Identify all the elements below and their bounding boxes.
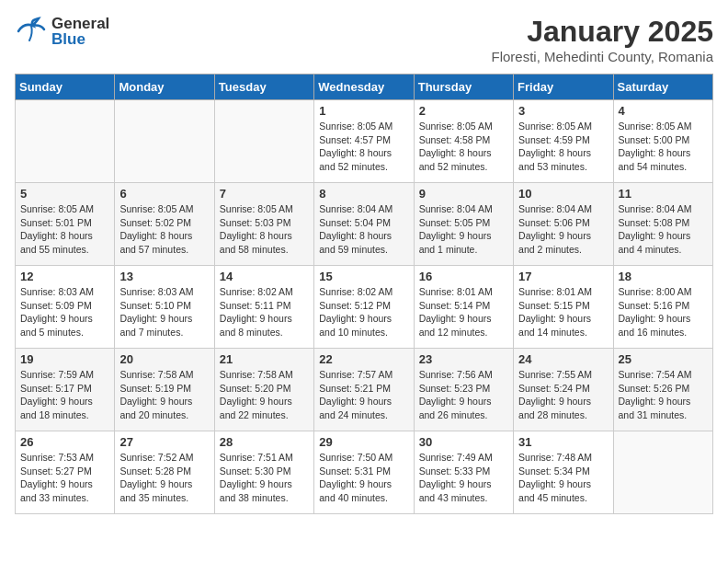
day-number: 23 [419, 352, 508, 366]
day-info: Sunrise: 7:51 AM Sunset: 5:30 PM Dayligh… [220, 451, 309, 505]
calendar-cell [214, 100, 313, 183]
day-number: 25 [619, 352, 708, 366]
week-row-4: 19Sunrise: 7:59 AM Sunset: 5:17 PM Dayli… [16, 349, 713, 431]
calendar-title: January 2025 [492, 15, 714, 49]
day-number: 18 [619, 270, 708, 283]
calendar-cell: 23Sunrise: 7:56 AM Sunset: 5:23 PM Dayli… [414, 349, 513, 431]
calendar-cell: 22Sunrise: 7:57 AM Sunset: 5:21 PM Dayli… [314, 349, 414, 431]
calendar-cell: 14Sunrise: 8:02 AM Sunset: 5:11 PM Dayli… [214, 266, 313, 349]
day-number: 30 [419, 435, 508, 449]
day-info: Sunrise: 8:01 AM Sunset: 5:15 PM Dayligh… [518, 285, 608, 339]
day-info: Sunrise: 8:00 AM Sunset: 5:16 PM Dayligh… [619, 285, 708, 339]
day-number: 20 [119, 352, 209, 366]
day-number: 15 [319, 270, 408, 283]
day-header-saturday: Saturday [613, 75, 712, 100]
day-number: 26 [20, 435, 109, 449]
day-info: Sunrise: 8:04 AM Sunset: 5:04 PM Dayligh… [319, 202, 408, 257]
day-info: Sunrise: 8:02 AM Sunset: 5:11 PM Dayligh… [220, 285, 309, 339]
day-info: Sunrise: 8:05 AM Sunset: 5:00 PM Dayligh… [619, 120, 708, 174]
day-info: Sunrise: 7:55 AM Sunset: 5:24 PM Dayligh… [518, 368, 608, 422]
day-info: Sunrise: 7:49 AM Sunset: 5:33 PM Dayligh… [419, 451, 508, 505]
day-header-tuesday: Tuesday [214, 75, 313, 100]
day-number: 4 [619, 104, 708, 118]
day-info: Sunrise: 7:56 AM Sunset: 5:23 PM Dayligh… [419, 368, 508, 422]
day-info: Sunrise: 8:04 AM Sunset: 5:05 PM Dayligh… [419, 202, 508, 257]
day-header-friday: Friday [514, 75, 613, 100]
calendar-cell [613, 431, 712, 514]
calendar-cell: 18Sunrise: 8:00 AM Sunset: 5:16 PM Dayli… [613, 266, 712, 349]
day-number: 14 [220, 270, 309, 283]
week-row-3: 12Sunrise: 8:03 AM Sunset: 5:09 PM Dayli… [16, 266, 713, 349]
page-header: General Blue January 2025 Floresti, Mehe… [15, 15, 713, 64]
day-header-wednesday: Wednesday [314, 75, 414, 100]
logo-text-block: General Blue [51, 16, 109, 47]
calendar-cell: 6Sunrise: 8:05 AM Sunset: 5:02 PM Daylig… [115, 183, 214, 266]
day-info: Sunrise: 8:05 AM Sunset: 4:57 PM Dayligh… [319, 120, 408, 174]
day-number: 22 [319, 352, 408, 366]
calendar-cell: 19Sunrise: 7:59 AM Sunset: 5:17 PM Dayli… [16, 349, 115, 431]
calendar-cell: 25Sunrise: 7:54 AM Sunset: 5:26 PM Dayli… [613, 349, 712, 431]
day-info: Sunrise: 7:52 AM Sunset: 5:28 PM Dayligh… [119, 451, 209, 505]
day-header-sunday: Sunday [16, 75, 115, 100]
day-headers-row: SundayMondayTuesdayWednesdayThursdayFrid… [16, 75, 713, 100]
day-info: Sunrise: 8:05 AM Sunset: 5:01 PM Dayligh… [20, 202, 109, 257]
day-info: Sunrise: 8:04 AM Sunset: 5:08 PM Dayligh… [619, 202, 708, 257]
day-info: Sunrise: 8:04 AM Sunset: 5:06 PM Dayligh… [518, 202, 608, 257]
day-info: Sunrise: 7:59 AM Sunset: 5:17 PM Dayligh… [20, 368, 109, 422]
calendar-cell: 12Sunrise: 8:03 AM Sunset: 5:09 PM Dayli… [16, 266, 115, 349]
day-info: Sunrise: 7:57 AM Sunset: 5:21 PM Dayligh… [319, 368, 408, 422]
day-info: Sunrise: 7:58 AM Sunset: 5:19 PM Dayligh… [119, 368, 209, 422]
day-number: 29 [319, 435, 408, 449]
day-number: 2 [419, 104, 508, 118]
calendar-cell: 26Sunrise: 7:53 AM Sunset: 5:27 PM Dayli… [16, 431, 115, 514]
day-number: 28 [220, 435, 309, 449]
day-number: 13 [119, 270, 209, 283]
calendar-cell [16, 100, 115, 183]
calendar-cell: 31Sunrise: 7:48 AM Sunset: 5:34 PM Dayli… [514, 431, 613, 514]
day-info: Sunrise: 7:48 AM Sunset: 5:34 PM Dayligh… [518, 451, 608, 505]
calendar-subtitle: Floresti, Mehedinti County, Romania [492, 49, 714, 64]
day-info: Sunrise: 8:05 AM Sunset: 5:03 PM Dayligh… [220, 202, 309, 257]
week-row-1: 1Sunrise: 8:05 AM Sunset: 4:57 PM Daylig… [16, 100, 713, 183]
day-info: Sunrise: 8:05 AM Sunset: 5:02 PM Dayligh… [119, 202, 209, 257]
day-info: Sunrise: 8:03 AM Sunset: 5:10 PM Dayligh… [119, 285, 209, 339]
calendar-cell: 11Sunrise: 8:04 AM Sunset: 5:08 PM Dayli… [613, 183, 712, 266]
day-number: 3 [518, 104, 608, 118]
day-number: 7 [220, 187, 309, 201]
day-info: Sunrise: 8:03 AM Sunset: 5:09 PM Dayligh… [20, 285, 109, 339]
week-row-5: 26Sunrise: 7:53 AM Sunset: 5:27 PM Dayli… [16, 431, 713, 514]
day-number: 11 [619, 187, 708, 201]
day-info: Sunrise: 8:02 AM Sunset: 5:12 PM Dayligh… [319, 285, 408, 339]
day-info: Sunrise: 7:53 AM Sunset: 5:27 PM Dayligh… [20, 451, 109, 505]
calendar-cell: 24Sunrise: 7:55 AM Sunset: 5:24 PM Dayli… [514, 349, 613, 431]
day-info: Sunrise: 7:50 AM Sunset: 5:31 PM Dayligh… [319, 451, 408, 505]
day-number: 19 [20, 352, 109, 366]
calendar-cell: 13Sunrise: 8:03 AM Sunset: 5:10 PM Dayli… [115, 266, 214, 349]
calendar-cell: 5Sunrise: 8:05 AM Sunset: 5:01 PM Daylig… [16, 183, 115, 266]
calendar-cell: 15Sunrise: 8:02 AM Sunset: 5:12 PM Dayli… [314, 266, 414, 349]
calendar-cell: 7Sunrise: 8:05 AM Sunset: 5:03 PM Daylig… [214, 183, 313, 266]
title-block: January 2025 Floresti, Mehedinti County,… [492, 15, 714, 64]
day-number: 6 [119, 187, 209, 201]
day-header-monday: Monday [115, 75, 214, 100]
day-info: Sunrise: 8:01 AM Sunset: 5:14 PM Dayligh… [419, 285, 508, 339]
calendar-cell: 29Sunrise: 7:50 AM Sunset: 5:31 PM Dayli… [314, 431, 414, 514]
calendar-cell: 9Sunrise: 8:04 AM Sunset: 5:05 PM Daylig… [414, 183, 513, 266]
calendar-cell: 28Sunrise: 7:51 AM Sunset: 5:30 PM Dayli… [214, 431, 313, 514]
day-number: 12 [20, 270, 109, 283]
day-number: 16 [419, 270, 508, 283]
day-info: Sunrise: 7:58 AM Sunset: 5:20 PM Dayligh… [220, 368, 309, 422]
calendar-cell: 20Sunrise: 7:58 AM Sunset: 5:19 PM Dayli… [115, 349, 214, 431]
day-number: 5 [20, 187, 109, 201]
calendar-cell [115, 100, 214, 183]
logo-bird-icon [15, 15, 48, 48]
day-number: 31 [518, 435, 608, 449]
day-number: 8 [319, 187, 408, 201]
day-number: 21 [220, 352, 309, 366]
logo: General Blue [15, 15, 109, 48]
calendar-cell: 27Sunrise: 7:52 AM Sunset: 5:28 PM Dayli… [115, 431, 214, 514]
day-number: 9 [419, 187, 508, 201]
day-info: Sunrise: 7:54 AM Sunset: 5:26 PM Dayligh… [619, 368, 708, 422]
day-number: 1 [319, 104, 408, 118]
calendar-cell: 16Sunrise: 8:01 AM Sunset: 5:14 PM Dayli… [414, 266, 513, 349]
